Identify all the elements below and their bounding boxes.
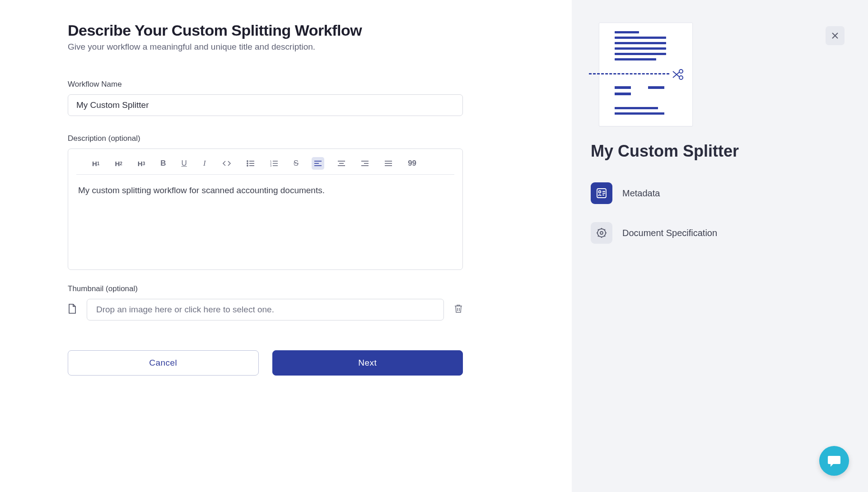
thumbnail-row: Drop an image here or click here to sele… <box>68 299 463 320</box>
side-panel: My Custom Splitter Metadata Document Spe… <box>572 0 868 492</box>
trash-icon <box>454 304 463 314</box>
rte-underline-button[interactable]: U <box>179 157 189 170</box>
chat-icon <box>827 454 841 468</box>
align-left-icon <box>314 160 322 167</box>
align-justify-icon <box>384 160 392 167</box>
workflow-name-input[interactable] <box>68 94 463 116</box>
file-icon <box>68 303 77 316</box>
rte-align-center-button[interactable] <box>335 157 348 170</box>
code-icon <box>222 160 231 167</box>
cancel-button[interactable]: Cancel <box>68 350 259 376</box>
page-title: Describe Your Custom Splitting Workflow <box>68 22 504 39</box>
action-button-row: Cancel Next <box>68 350 463 376</box>
side-panel-title: My Custom Splitter <box>591 142 849 161</box>
workflow-name-label: Workflow Name <box>68 80 504 89</box>
numbered-list-icon: 123 <box>270 160 278 167</box>
rte-align-left-button[interactable] <box>312 157 324 170</box>
chat-button[interactable] <box>819 446 849 476</box>
close-icon <box>831 32 839 39</box>
step-document-spec[interactable]: Document Specification <box>591 222 849 244</box>
rte-strike-button[interactable]: S <box>291 157 301 170</box>
bullet-list-icon <box>247 160 255 167</box>
rich-text-editor: H1 H2 H3 B U I 123 S <box>68 149 463 270</box>
thumbnail-dropzone[interactable]: Drop an image here or click here to sele… <box>87 299 444 320</box>
thumbnail-label: Thumbnail (optional) <box>68 284 504 293</box>
description-label: Description (optional) <box>68 134 504 143</box>
svg-point-2 <box>247 163 248 164</box>
rte-h1-button[interactable]: H1 <box>90 157 102 170</box>
metadata-icon <box>591 182 612 204</box>
align-center-icon <box>337 160 345 167</box>
scissor-icon <box>671 68 685 83</box>
next-button[interactable]: Next <box>272 350 463 376</box>
workflow-name-group: Workflow Name <box>68 80 504 116</box>
rte-h2-button[interactable]: H2 <box>112 157 124 170</box>
step-metadata-label: Metadata <box>622 188 660 199</box>
rte-align-right-button[interactable] <box>359 157 371 170</box>
rte-italic-button[interactable]: I <box>200 157 209 170</box>
main-panel: Describe Your Custom Splitting Workflow … <box>0 0 572 492</box>
splitter-illustration <box>591 23 695 126</box>
svg-point-27 <box>599 191 601 193</box>
close-button[interactable] <box>826 26 845 45</box>
svg-point-24 <box>679 70 683 73</box>
thumbnail-group: Thumbnail (optional) Drop an image here … <box>68 284 504 320</box>
step-document-spec-label: Document Specification <box>622 228 717 238</box>
page-subtitle: Give your workflow a meaningful and uniq… <box>68 42 504 52</box>
step-metadata[interactable]: Metadata <box>591 182 849 204</box>
app-root: Describe Your Custom Splitting Workflow … <box>0 0 868 492</box>
svg-point-4 <box>247 165 248 166</box>
rte-align-justify-button[interactable] <box>382 157 395 170</box>
rte-code-button[interactable] <box>220 157 233 170</box>
rte-bold-button[interactable]: B <box>158 157 168 170</box>
rte-bullet-list-button[interactable] <box>244 157 257 170</box>
document-spec-icon <box>591 222 612 244</box>
rte-quote-button[interactable]: 99 <box>406 157 419 170</box>
svg-text:3: 3 <box>270 164 272 167</box>
thumbnail-delete-button[interactable] <box>454 304 463 316</box>
rte-h3-button[interactable]: H3 <box>135 157 147 170</box>
rte-numbered-list-button[interactable]: 123 <box>268 157 280 170</box>
svg-point-0 <box>247 161 248 162</box>
description-group: Description (optional) H1 H2 H3 B U I <box>68 134 504 270</box>
rte-toolbar: H1 H2 H3 B U I 123 S <box>76 152 454 175</box>
align-right-icon <box>361 160 369 167</box>
description-textarea[interactable]: My custom splitting workflow for scanned… <box>68 175 462 269</box>
svg-point-25 <box>679 76 683 79</box>
svg-point-29 <box>600 232 603 234</box>
